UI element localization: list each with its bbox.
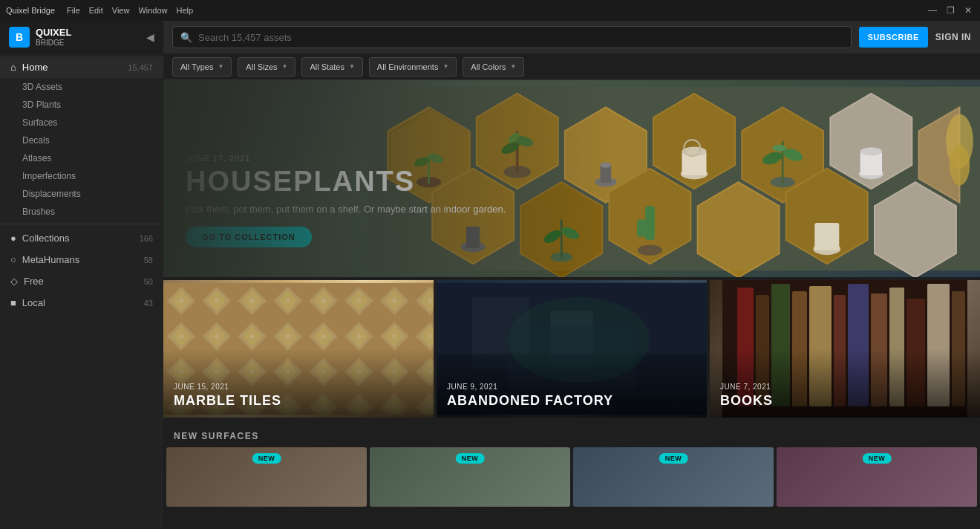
toolbar: 🔍 Search 15,457 assets SUBSCRIBE SIGN IN: [163, 21, 980, 53]
collection-info: June 15, 2021 MARBLE TILES: [174, 383, 281, 409]
collection-title: BOOKS: [720, 393, 773, 409]
nav-displacements[interactable]: Displacements: [0, 185, 163, 203]
nav-local-left: ■ Local: [10, 297, 45, 308]
collection-card-marble-tiles[interactable]: June 15, 2021 MARBLE TILES: [163, 280, 434, 418]
menu-help[interactable]: Help: [177, 6, 194, 15]
surface-card-1[interactable]: NEW: [166, 447, 367, 507]
app-container: B QUIXEL BRIDGE ◀ ⌂ Home 15,457 3: [0, 21, 980, 529]
nav-collections-left: ● Collections: [10, 233, 69, 244]
logo-text: QUIXEL BRIDGE: [36, 27, 71, 46]
nav-divider: [0, 224, 163, 224]
search-icon: 🔍: [180, 32, 192, 43]
new-surfaces-grid: NEW NEW NEW NEW: [163, 447, 980, 507]
collection-card-abandoned-factory[interactable]: June 9, 2021 ABANDONED FACTORY: [437, 280, 707, 418]
app-title: Quixel Bridge: [6, 6, 55, 15]
filter-bar: All Types ▼ All Sizes ▼ All States ▼ All…: [163, 53, 980, 80]
menu-edit[interactable]: Edit: [89, 6, 103, 15]
new-surfaces-header: NEW SURFACES: [163, 421, 980, 447]
logo-icon: B: [9, 27, 30, 48]
nav-home-left: ⌂ Home: [10, 62, 48, 73]
nav-collections[interactable]: ● Collections 166: [0, 227, 163, 249]
gift-icon: ◇: [10, 276, 18, 287]
filter-sizes[interactable]: All Sizes ▼: [238, 57, 295, 77]
collection-info: June 9, 2021 ABANDONED FACTORY: [447, 383, 613, 409]
sidebar: B QUIXEL BRIDGE ◀ ⌂ Home 15,457 3: [0, 21, 163, 529]
sidebar-header: B QUIXEL BRIDGE ◀: [0, 21, 163, 53]
signin-button[interactable]: SIGN IN: [935, 32, 971, 42]
sidebar-nav: ⌂ Home 15,457 3D Assets 3D Plants Surfac…: [0, 53, 163, 529]
globe-icon: ●: [10, 233, 16, 244]
nav-local[interactable]: ■ Local 43: [0, 292, 163, 314]
chevron-down-icon: ▼: [282, 63, 288, 70]
nav-imperfections[interactable]: Imperfections: [0, 167, 163, 185]
hero-background: [163, 80, 980, 277]
chevron-down-icon: ▼: [510, 63, 516, 70]
new-badge-3: NEW: [659, 453, 688, 464]
monitor-icon: ■: [10, 297, 16, 308]
new-badge-2: NEW: [456, 453, 485, 464]
surface-card-4[interactable]: NEW: [777, 447, 977, 507]
nav-metahumans[interactable]: ○ MetaHumans 58: [0, 249, 163, 270]
nav-surfaces[interactable]: Surfaces: [0, 114, 163, 132]
surface-card-2[interactable]: NEW: [370, 447, 570, 507]
collection-date: June 9, 2021: [447, 383, 613, 391]
main-content: 🔍 Search 15,457 assets SUBSCRIBE SIGN IN…: [163, 21, 980, 529]
menu-bar: File Edit View Window Help: [67, 6, 193, 15]
filter-colors[interactable]: All Colors ▼: [463, 57, 524, 77]
hero-banner: June 17, 2021 HOUSEPLANTS Pick them, pot…: [163, 80, 980, 277]
collection-info: June 7, 2021 BOOKS: [720, 383, 773, 409]
logo-area: B QUIXEL BRIDGE: [9, 27, 71, 48]
menu-view[interactable]: View: [112, 6, 130, 15]
content-area: June 17, 2021 HOUSEPLANTS Pick them, pot…: [163, 80, 980, 529]
chevron-down-icon: ▼: [442, 63, 448, 70]
search-placeholder: Search 15,457 assets: [198, 32, 292, 43]
filter-environments[interactable]: All Environments ▼: [369, 57, 457, 77]
collection-date: June 15, 2021: [174, 383, 281, 391]
nav-home[interactable]: ⌂ Home 15,457: [0, 56, 163, 78]
nav-free[interactable]: ◇ Free 50: [0, 270, 163, 292]
nav-brushes[interactable]: Brushes: [0, 203, 163, 221]
chevron-down-icon: ▼: [349, 63, 355, 70]
collapse-sidebar-button[interactable]: ◀: [146, 31, 154, 43]
collection-title: ABANDONED FACTORY: [447, 393, 613, 409]
filter-types[interactable]: All Types ▼: [172, 57, 232, 77]
new-badge-1: NEW: [252, 453, 281, 464]
collection-title: MARBLE TILES: [174, 393, 281, 409]
new-surfaces-section: NEW SURFACES NEW NEW NEW NEW: [163, 421, 980, 507]
person-icon: ○: [10, 254, 16, 265]
filter-states[interactable]: All States ▼: [301, 57, 362, 77]
home-icon: ⌂: [10, 62, 16, 73]
collections-grid: June 15, 2021 MARBLE TILES: [163, 277, 980, 421]
close-button[interactable]: ✕: [962, 4, 974, 16]
new-badge-4: NEW: [863, 453, 892, 464]
collection-date: June 7, 2021: [720, 383, 773, 391]
window-controls: — ❐ ✕: [927, 4, 974, 16]
nav-free-left: ◇ Free: [10, 276, 44, 287]
chevron-down-icon: ▼: [218, 63, 223, 70]
titlebar-left: Quixel Bridge File Edit View Window Help: [6, 6, 193, 15]
collection-card-books[interactable]: June 7, 2021 BOOKS: [710, 280, 980, 418]
nav-3d-assets[interactable]: 3D Assets: [0, 78, 163, 96]
surface-card-3[interactable]: NEW: [573, 447, 774, 507]
nav-metahumans-left: ○ MetaHumans: [10, 254, 79, 265]
nav-decals[interactable]: Decals: [0, 132, 163, 149]
nav-atlases[interactable]: Atlases: [0, 149, 163, 167]
nav-3d-plants[interactable]: 3D Plants: [0, 96, 163, 114]
maximize-button[interactable]: ❐: [944, 4, 956, 16]
minimize-button[interactable]: —: [927, 4, 938, 16]
menu-file[interactable]: File: [67, 6, 80, 15]
search-box[interactable]: 🔍 Search 15,457 assets: [172, 26, 852, 48]
subscribe-button[interactable]: SUBSCRIBE: [859, 27, 928, 48]
menu-window[interactable]: Window: [138, 6, 167, 15]
title-bar: Quixel Bridge File Edit View Window Help…: [0, 0, 980, 21]
